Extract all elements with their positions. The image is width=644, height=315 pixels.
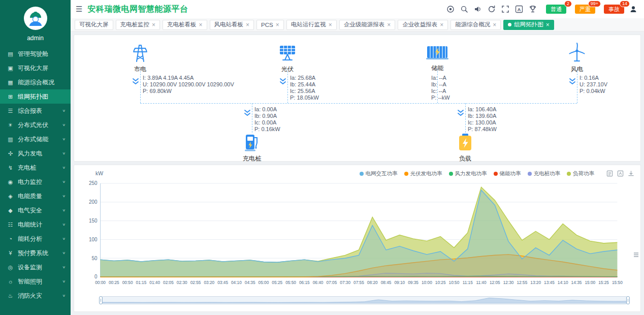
svg-text:03:45: 03:45 [217, 280, 228, 285]
tab-1[interactable]: 充电桩监控× [116, 20, 160, 30]
flow-arrow-icon [458, 109, 464, 118]
toolbox-data-view-icon[interactable] [606, 170, 613, 177]
sound-icon[interactable] [473, 5, 482, 14]
sidebar-item-energy-statistics[interactable]: ☷电能统计∨ [0, 217, 71, 232]
legend-item[interactable]: 负荷功率 [567, 170, 594, 177]
tab-9-active[interactable]: 组网拓扑图× [503, 20, 554, 30]
zoom-handle-right[interactable] [626, 296, 630, 304]
tab-3[interactable]: 风电站看板× [210, 20, 254, 30]
alarm-badge-accident[interactable]: 事故14 [604, 5, 624, 14]
legend-label: 充电桩功率 [534, 170, 561, 177]
user-avatar[interactable] [24, 7, 47, 30]
sidebar-item-energy-overview[interactable]: ▦能源综合概况 [0, 75, 71, 89]
reading-line: P: 0.16kW [254, 126, 280, 133]
ev-charger-icon [243, 145, 261, 153]
sidebar-item-pv[interactable]: ☀分布式光伏∨ [0, 118, 71, 132]
energy-overview-icon: ▦ [7, 79, 14, 86]
sidebar-item-storage[interactable]: ▥分布式储能∨ [0, 132, 71, 146]
tab-7[interactable]: 企业收益报表× [398, 20, 448, 30]
storage-icon: ▥ [7, 136, 14, 143]
chevron-down-icon: ∨ [62, 137, 66, 141]
svg-text:12:55: 12:55 [517, 280, 527, 285]
sidebar-item-label: 能耗分析 [18, 235, 62, 243]
alarm-badge-normal[interactable]: 普通2 [546, 5, 566, 14]
collapse-menu-icon[interactable]: ☰ [76, 5, 82, 14]
theme-icon[interactable] [446, 5, 455, 14]
zoom-handle-left[interactable] [99, 296, 103, 304]
tab-label: 充电桩监控 [120, 21, 150, 28]
close-tab-icon[interactable]: × [493, 22, 496, 28]
sidebar-item-fire[interactable]: ♨消防火灾∨ [0, 289, 71, 303]
topology-node-label: 负载 [445, 154, 486, 163]
tab-0[interactable]: 可视化大屏 [75, 20, 113, 30]
sidebar-item-topology[interactable]: ⊞组网拓扑图 [0, 89, 71, 104]
sidebar-item-power-quality[interactable]: ◈电能质量∨ [0, 189, 71, 203]
legend-item[interactable]: 电网交互功率 [360, 170, 398, 177]
legend-label: 储能功率 [500, 170, 521, 177]
sidebar-item-label: 设备监测 [18, 263, 62, 272]
svg-text:15:25: 15:25 [598, 280, 609, 285]
sidebar-item-label: 分布式光伏 [18, 121, 62, 130]
legend-item[interactable]: 风力发电功率 [449, 170, 487, 177]
close-tab-icon[interactable]: × [152, 22, 155, 28]
topology-node-storage-container[interactable]: 储能 [417, 42, 458, 73]
tab-8[interactable]: 能源综合概况× [450, 20, 501, 30]
topology-node-utility-grid[interactable]: 市电 [120, 42, 160, 74]
toolbox-restore-icon[interactable] [617, 170, 624, 177]
close-tab-icon[interactable]: × [387, 22, 391, 28]
close-tab-icon[interactable]: × [246, 22, 249, 28]
topology-node-wind-turbine[interactable]: 风电 [557, 42, 597, 74]
tab-4[interactable]: PCS× [256, 20, 284, 30]
svg-text:10:25: 10:25 [435, 280, 446, 285]
close-tab-icon[interactable]: × [546, 22, 550, 28]
close-tab-icon[interactable]: × [276, 22, 279, 28]
active-tab-dot [508, 23, 511, 26]
legend-item[interactable]: 储能功率 [494, 170, 521, 177]
sidebar-item-big-screen[interactable]: ▣可视化大屏 [0, 61, 71, 75]
tab-label: PCS [261, 22, 273, 28]
fullscreen-icon[interactable] [501, 5, 510, 14]
alarm-badge-severe[interactable]: 严重99+ [575, 5, 595, 14]
sidebar-item-report[interactable]: ☰综合报表∨ [0, 104, 71, 118]
energy-analysis-icon: ◔ [7, 236, 14, 242]
tab-6[interactable]: 企业级能源报表× [339, 20, 396, 30]
data-zoom-slider[interactable] [100, 296, 629, 304]
fire-icon: ♨ [7, 293, 14, 299]
refresh-icon[interactable] [487, 5, 496, 14]
tab-2[interactable]: 充电桩看板× [163, 20, 207, 30]
tab-label: 风电站看板 [214, 21, 244, 28]
svg-text:13:20: 13:20 [530, 280, 541, 285]
sidebar-item-prepay[interactable]: ¥预付费系统∨ [0, 246, 71, 260]
sidebar-item-dashboard[interactable]: ▤管理驾驶舱 [0, 47, 71, 61]
flow-arrow-icon [133, 78, 139, 87]
sidebar-item-power-monitor[interactable]: ◉电力监控∨ [0, 175, 71, 189]
trophy-icon[interactable] [528, 5, 537, 14]
svg-text:13:45: 13:45 [544, 280, 555, 285]
sidebar-item-label: 可视化大屏 [18, 64, 66, 73]
search-icon[interactable] [460, 5, 469, 14]
sidebar-item-lighting[interactable]: ☼智能照明∨ [0, 274, 71, 289]
sidebar-item-charger[interactable]: ↯充电桩∨ [0, 161, 71, 175]
sidebar-item-label: 电力监控 [18, 178, 62, 186]
legend-item[interactable]: 光伏发电功率 [404, 170, 442, 177]
sidebar-item-electrical-safety[interactable]: ◆电气安全∨ [0, 203, 71, 217]
user-icon[interactable] [629, 5, 638, 14]
topology-node-ev-charger[interactable]: 充电桩 [232, 133, 272, 163]
sidebar-item-wind[interactable]: ✣风力发电∨ [0, 146, 71, 161]
panel-toggle-icon[interactable] [633, 250, 639, 260]
sidebar-item-energy-analysis[interactable]: ◔能耗分析∨ [0, 232, 71, 246]
font-size-icon[interactable]: A [514, 5, 524, 14]
tab-5[interactable]: 电站运行监视× [286, 20, 337, 30]
legend-item[interactable]: 充电桩功率 [528, 170, 561, 177]
sidebar-item-device-monitor[interactable]: ◎设备监测∨ [0, 260, 71, 274]
header-actions: A 普通2 严重99+ 事故14 [446, 5, 638, 14]
close-tab-icon[interactable]: × [440, 22, 443, 28]
reading-line: P: 87.48kW [468, 126, 497, 133]
toolbox-save-image-icon[interactable] [627, 170, 634, 177]
alarm-badge-label: 事故 [608, 6, 620, 12]
close-tab-icon[interactable]: × [329, 22, 332, 28]
dashboard-icon: ▤ [7, 51, 14, 57]
topology-node-solar[interactable]: 光伏 [267, 42, 308, 74]
topology-node-load[interactable]: 负载 [445, 133, 486, 163]
close-tab-icon[interactable]: × [199, 22, 203, 28]
